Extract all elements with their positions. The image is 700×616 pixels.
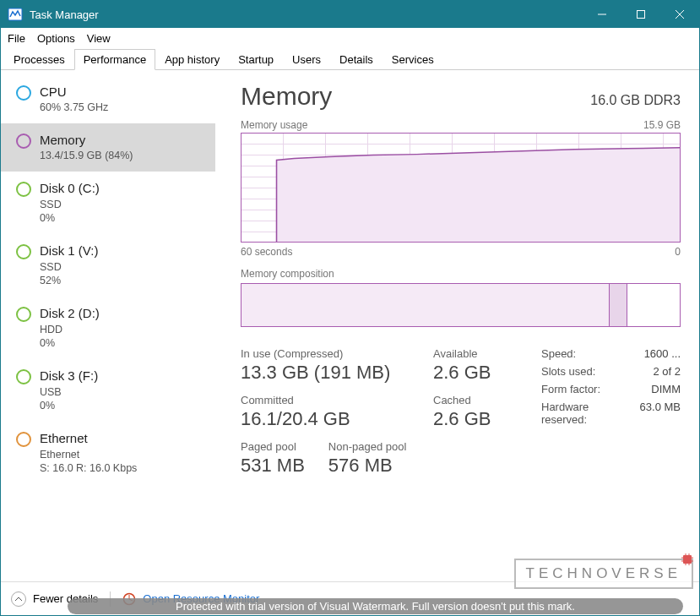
- watermark-notice: Protected with trial version of Visual W…: [68, 598, 683, 614]
- sidebar-item-title: Ethernet: [40, 430, 137, 447]
- paged-value: 531 MB: [241, 455, 305, 477]
- sidebar-item-disk-3-f-[interactable]: Disk 3 (F:)USB0%: [1, 359, 215, 422]
- resource-icon: [16, 134, 31, 149]
- sidebar-item-cpu[interactable]: CPU60% 3.75 GHz: [1, 75, 215, 123]
- speed-label: Speed:: [541, 347, 630, 360]
- resource-icon: [16, 244, 31, 259]
- sidebar-item-sub: S: 16.0 R: 16.0 Kbps: [40, 461, 137, 476]
- available-value: 2.6 GB: [433, 362, 534, 384]
- nonpaged-value: 576 MB: [328, 455, 407, 477]
- chart-label-left: Memory usage: [241, 119, 307, 131]
- available-label: Available: [433, 347, 534, 360]
- sidebar-item-sub: SSD: [40, 260, 98, 275]
- sidebar-item-title: Disk 0 (C:): [40, 180, 100, 197]
- sidebar-item-disk-1-v-[interactable]: Disk 1 (V:)SSD52%: [1, 234, 215, 297]
- sidebar-item-memory[interactable]: Memory13.4/15.9 GB (84%): [1, 123, 215, 172]
- sidebar-item-sub: 0%: [40, 399, 98, 413]
- maximize-button[interactable]: [621, 1, 660, 28]
- minimize-button[interactable]: [583, 1, 621, 28]
- reserved-value: 63.0 MB: [640, 401, 681, 426]
- watermark-brand: TECHNOVERSE: [514, 559, 693, 589]
- committed-label: Committed: [241, 394, 426, 406]
- composition-label: Memory composition: [241, 268, 681, 280]
- sidebar-item-disk-2-d-[interactable]: Disk 2 (D:)HDD0%: [1, 297, 215, 359]
- speed-value: 1600 ...: [640, 347, 681, 360]
- form-value: DIMM: [640, 383, 681, 395]
- window-title: Task Manager: [30, 8, 583, 21]
- time-left: 60 seconds: [241, 246, 292, 258]
- sidebar-item-sub: 0%: [40, 336, 100, 351]
- resource-icon: [16, 307, 31, 322]
- sidebar[interactable]: CPU60% 3.75 GHzMemory13.4/15.9 GB (84%)D…: [1, 70, 215, 581]
- sidebar-item-sub: HDD: [40, 323, 100, 337]
- chip-icon: [680, 552, 695, 567]
- hardware-stats: Speed:1600 ... Slots used:2 of 2 Form fa…: [541, 347, 681, 487]
- memory-usage-chart: [241, 133, 681, 243]
- tabs: Processes Performance App history Startu…: [1, 48, 699, 70]
- menu-file[interactable]: File: [8, 32, 25, 45]
- tab-startup[interactable]: Startup: [229, 49, 283, 70]
- sidebar-item-title: Disk 3 (F:): [40, 368, 98, 384]
- cached-value: 2.6 GB: [433, 408, 534, 430]
- menu-view[interactable]: View: [87, 32, 111, 45]
- reserved-label: Hardware reserved:: [541, 401, 630, 426]
- svg-rect-2: [638, 11, 645, 19]
- committed-value: 16.1/20.4 GB: [241, 408, 426, 430]
- tab-processes[interactable]: Processes: [4, 49, 74, 70]
- svg-rect-8: [683, 555, 692, 564]
- titlebar[interactable]: Task Manager: [1, 1, 699, 28]
- resource-icon: [16, 182, 31, 197]
- task-manager-icon: [8, 7, 23, 22]
- sidebar-item-title: Disk 2 (D:): [40, 305, 100, 322]
- page-title: Memory: [241, 82, 332, 111]
- resource-icon: [16, 369, 31, 384]
- slots-label: Slots used:: [541, 365, 630, 378]
- tab-users[interactable]: Users: [283, 49, 330, 70]
- sidebar-item-sub: Ethernet: [40, 448, 137, 462]
- sidebar-item-disk-0-c-[interactable]: Disk 0 (C:)SSD0%: [1, 172, 215, 234]
- sidebar-item-sub: 60% 3.75 GHz: [40, 101, 108, 115]
- sidebar-item-sub: SSD: [40, 198, 100, 212]
- chart-label-right: 15.9 GB: [643, 119, 681, 131]
- paged-label: Paged pool: [241, 440, 305, 453]
- sidebar-item-sub: USB: [40, 385, 98, 400]
- in-use-value: 13.3 GB (191 MB): [241, 362, 426, 384]
- sidebar-item-title: Disk 1 (V:): [40, 243, 98, 259]
- sidebar-item-title: Memory: [40, 132, 133, 149]
- sidebar-item-title: CPU: [40, 84, 108, 101]
- main-panel: Memory 16.0 GB DDR3 Memory usage 15.9 GB…: [215, 70, 699, 581]
- menu-options[interactable]: Options: [37, 32, 75, 45]
- tab-app-history[interactable]: App history: [155, 49, 229, 70]
- tab-services[interactable]: Services: [383, 49, 443, 70]
- tab-performance[interactable]: Performance: [74, 49, 155, 70]
- tab-details[interactable]: Details: [330, 49, 383, 70]
- in-use-label: In use (Compressed): [241, 347, 426, 360]
- chevron-up-icon[interactable]: [11, 591, 26, 607]
- slots-value: 2 of 2: [640, 365, 681, 378]
- cached-label: Cached: [433, 394, 534, 406]
- resource-icon: [16, 85, 31, 101]
- time-right: 0: [675, 246, 681, 258]
- memory-composition-chart: [241, 283, 681, 327]
- sidebar-item-sub: 0%: [40, 211, 100, 226]
- sidebar-item-sub: 52%: [40, 274, 98, 288]
- close-button[interactable]: [660, 1, 699, 28]
- nonpaged-label: Non-paged pool: [328, 440, 407, 453]
- memory-total: 16.0 GB DDR3: [590, 93, 681, 108]
- resource-icon: [16, 432, 31, 447]
- form-label: Form factor:: [541, 383, 630, 395]
- sidebar-item-ethernet[interactable]: EthernetEthernetS: 16.0 R: 16.0 Kbps: [1, 422, 215, 484]
- menubar: File Options View: [1, 28, 699, 48]
- sidebar-item-sub: 13.4/15.9 GB (84%): [40, 149, 133, 163]
